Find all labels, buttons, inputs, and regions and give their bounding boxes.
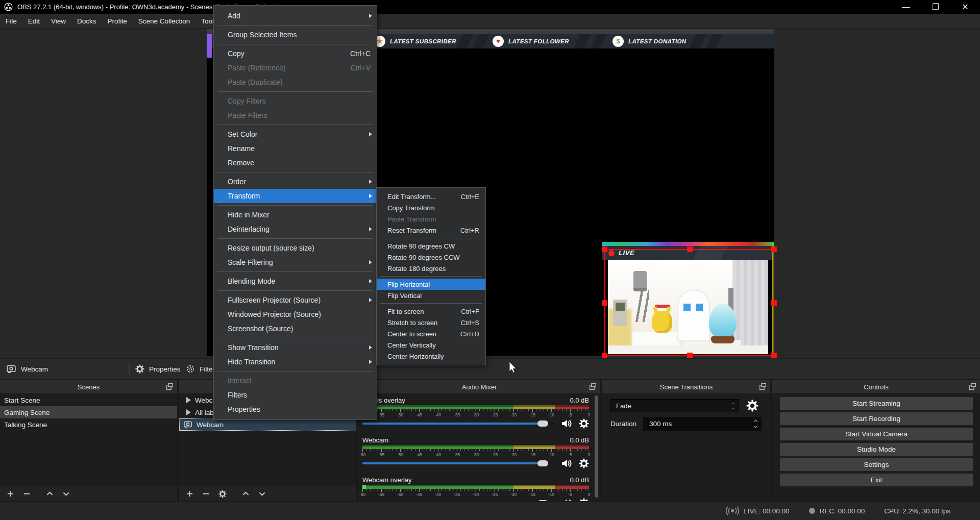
- scenes-dock-header[interactable]: Scenes: [0, 380, 177, 394]
- add-scene-button[interactable]: [7, 490, 14, 498]
- menubar-item-file[interactable]: File: [0, 14, 22, 28]
- group-expand-icon[interactable]: [186, 397, 191, 403]
- volume-slider[interactable]: [362, 418, 554, 429]
- move-source-down-button[interactable]: [258, 490, 266, 498]
- mixer-channel-db: 0.0 dB: [570, 476, 589, 485]
- settings-button[interactable]: Settings: [780, 458, 973, 471]
- duration-spinbox[interactable]: 300 ms: [643, 417, 762, 431]
- transitions-header[interactable]: Scene Transitions: [602, 380, 770, 394]
- selection-handle[interactable]: [602, 246, 607, 252]
- transform-menu-item-copy-transform[interactable]: Copy Transform: [377, 202, 485, 213]
- selection-handle[interactable]: [687, 246, 693, 252]
- menubar-item-docks[interactable]: Docks: [71, 14, 102, 28]
- transform-menu-item-fit-to-screen[interactable]: Fit to screenCtrl+F: [377, 306, 485, 317]
- mixer-scrollbar[interactable]: [595, 395, 598, 498]
- context-menu-item-filters[interactable]: Filters: [214, 388, 377, 402]
- duration-spinner[interactable]: [750, 417, 761, 430]
- popout-icon[interactable]: [166, 383, 174, 390]
- context-menu-item-hide-in-mixer[interactable]: Hide in Mixer: [214, 208, 377, 222]
- popout-icon[interactable]: [759, 383, 767, 390]
- selection-handle[interactable]: [687, 353, 693, 358]
- source-selection-box[interactable]: [604, 249, 774, 356]
- move-source-up-button[interactable]: [242, 490, 250, 498]
- scene-list-item[interactable]: Talking Scene: [0, 418, 177, 431]
- menubar-item-view[interactable]: View: [45, 14, 71, 28]
- volume-meter: [362, 445, 589, 449]
- context-menu-item-rename[interactable]: Rename: [214, 141, 377, 156]
- context-menu-item-add[interactable]: Add: [214, 9, 377, 23]
- controls-header[interactable]: Controls: [772, 380, 980, 394]
- context-menu-item-deinterlacing[interactable]: Deinterlacing: [214, 222, 377, 236]
- selection-handle[interactable]: [771, 353, 777, 358]
- close-button[interactable]: ✕: [950, 0, 980, 14]
- minimize-button[interactable]: —: [891, 0, 921, 14]
- mixer-gear-icon[interactable]: [579, 458, 589, 468]
- context-menu-item-set-color[interactable]: Set Color: [214, 127, 377, 141]
- transform-menu-item-center-vertically[interactable]: Center Vertically: [377, 339, 485, 351]
- menubar-item-scene-collection[interactable]: Scene Collection: [133, 14, 195, 28]
- start-recording-button[interactable]: Start Recording: [780, 412, 973, 425]
- transition-select-spinner[interactable]: [727, 400, 739, 412]
- source-list-item[interactable]: Webcam: [179, 418, 356, 431]
- context-menu-item-fullscreen-projector-source-[interactable]: Fullscreen Projector (Source): [214, 293, 377, 307]
- selection-handle[interactable]: [771, 246, 777, 252]
- transform-menu-item-flip-horizontal[interactable]: Flip Horizontal: [377, 279, 485, 290]
- context-menu-item-transform[interactable]: Transform: [214, 189, 377, 203]
- context-menu-item-windowed-projector-source-[interactable]: Windowed Projector (Source): [214, 307, 377, 321]
- start-streaming-button[interactable]: Start Streaming: [780, 397, 973, 410]
- slider-handle[interactable]: [537, 420, 548, 427]
- transform-menu-item-rotate-180-degrees[interactable]: Rotate 180 degrees: [377, 263, 485, 274]
- volume-slider[interactable]: [362, 458, 554, 469]
- menubar-item-profile[interactable]: Profile: [102, 14, 133, 28]
- audio-mixer-header[interactable]: Audio Mixer: [358, 380, 600, 394]
- transform-menu-item-rotate-90-degrees-ccw[interactable]: Rotate 90 degrees CCW: [377, 252, 485, 263]
- scene-list-item[interactable]: Start Scene: [0, 394, 177, 406]
- mixer-gear-icon[interactable]: [579, 418, 589, 429]
- transform-menu-item-reset-transform[interactable]: Reset TransformCtrl+R: [377, 225, 485, 236]
- context-menu-item-properties[interactable]: Properties: [214, 402, 377, 416]
- source-properties-button[interactable]: [218, 490, 227, 498]
- context-menu-item-group-selected-items[interactable]: Group Selected Items: [214, 28, 377, 42]
- move-scene-up-button[interactable]: [46, 490, 54, 498]
- maximize-button[interactable]: ❐: [921, 0, 950, 14]
- context-menu-item-show-transition[interactable]: Show Transition: [214, 340, 377, 355]
- move-scene-down-button[interactable]: [62, 490, 70, 498]
- exit-button[interactable]: Exit: [780, 474, 973, 486]
- context-menu-item-remove[interactable]: Remove: [214, 156, 377, 170]
- context-menu-item-scale-filtering[interactable]: Scale Filtering: [214, 255, 377, 269]
- selection-handle[interactable]: [771, 300, 777, 306]
- scene-list-item[interactable]: Gaming Scene: [0, 406, 177, 418]
- group-expand-icon[interactable]: [186, 409, 191, 415]
- selection-handle[interactable]: [602, 353, 607, 358]
- context-menu-item-order[interactable]: Order: [214, 175, 377, 189]
- add-source-button[interactable]: [186, 490, 193, 498]
- volume-slider[interactable]: [362, 498, 554, 501]
- speaker-icon[interactable]: [560, 497, 573, 501]
- transform-menu-item-flip-vertical[interactable]: Flip Vertical: [377, 290, 485, 301]
- selection-handle[interactable]: [602, 300, 607, 306]
- transition-select[interactable]: Fade: [610, 399, 739, 412]
- remove-source-button[interactable]: [202, 490, 210, 498]
- popout-icon[interactable]: [589, 383, 597, 390]
- transform-menu-item-center-horizontally[interactable]: Center Horizontally: [377, 351, 485, 362]
- speaker-icon[interactable]: [560, 457, 573, 469]
- context-menu-item-resize-output-source-size-[interactable]: Resize output (source size): [214, 241, 377, 255]
- slider-handle[interactable]: [537, 460, 548, 466]
- context-menu-item-blending-mode[interactable]: Blending Mode: [214, 274, 377, 288]
- transform-menu-item-stretch-to-screen[interactable]: Stretch to screenCtrl+S: [377, 317, 485, 328]
- context-menu-item-screenshot-source-[interactable]: Screenshot (Source): [214, 321, 377, 336]
- start-virtual-camera-button[interactable]: Start Virtual Camera: [780, 428, 973, 440]
- transition-settings-button[interactable]: [743, 398, 762, 414]
- context-menu-item-copy[interactable]: CopyCtrl+C: [214, 46, 377, 61]
- remove-scene-button[interactable]: [23, 490, 31, 498]
- menubar-item-edit[interactable]: Edit: [22, 14, 45, 28]
- transform-menu-item-center-to-screen[interactable]: Center to screenCtrl+D: [377, 328, 485, 339]
- context-menu-item-hide-transition[interactable]: Hide Transition: [214, 355, 377, 369]
- studio-mode-button[interactable]: Studio Mode: [780, 443, 973, 456]
- slider-fill: [362, 462, 543, 464]
- transform-menu-item-edit-transform-[interactable]: Edit Transform...Ctrl+E: [377, 191, 485, 202]
- speaker-icon[interactable]: [560, 417, 573, 430]
- popout-icon[interactable]: [969, 383, 976, 390]
- transform-menu-item-rotate-90-degrees-cw[interactable]: Rotate 90 degrees CW: [377, 240, 485, 252]
- properties-button[interactable]: Properties: [135, 359, 181, 379]
